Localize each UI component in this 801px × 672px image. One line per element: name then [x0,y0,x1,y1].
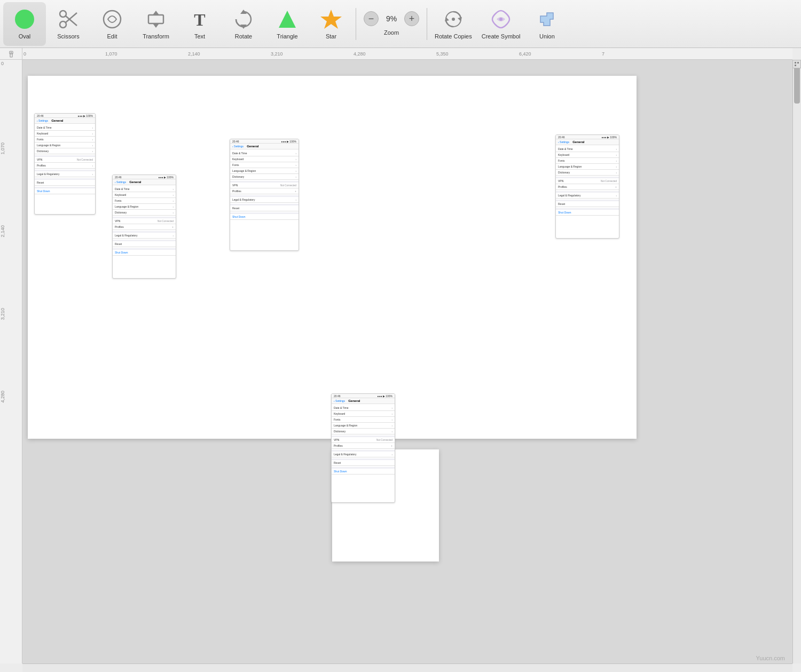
transform-label: Transform [143,33,169,40]
rotate-icon [232,7,255,31]
union-icon [535,7,559,31]
mockup-5: 20:46 ●●● ▶ 100% ‹ Settings General Date… [331,393,395,503]
rotate-tool[interactable]: Rotate [222,2,265,46]
vertical-scrollbar[interactable] [792,60,801,663]
ruler-h-5350: 5,350 [436,51,449,57]
svg-marker-13 [320,10,342,29]
horizontal-scrollbar[interactable] [22,663,792,672]
ruler-v-2140: 2,140 [0,225,5,238]
ruler-h-7: 7 [602,51,604,57]
create-symbol-icon [489,7,513,31]
zoom-label: Zoom [384,29,399,36]
star-label: Star [326,33,336,40]
svg-rect-24 [795,65,796,66]
zoom-out-button[interactable]: − [364,11,379,26]
edit-label: Edit [107,33,117,40]
svg-rect-6 [148,15,163,23]
scissors-tool[interactable]: Scissors [47,2,90,46]
rotate-copies-icon [442,7,465,31]
edit-tool[interactable]: Edit [91,2,134,46]
toolbar-divider-1 [356,8,356,40]
ruler-v-0: 0 [1,61,4,66]
scissors-label: Scissors [57,33,80,40]
mockup-1: 20:46 ●●● ▶ 100% ‹ Settings General Date… [34,113,96,215]
triangle-tool[interactable]: Triangle [266,2,309,46]
mockup-4: 20:46 ●●● ▶ 100% ‹ Settings General Date… [555,135,619,239]
horizontal-ruler: 0 1,070 2,140 3,210 4,280 5,350 6,420 7 [22,48,792,60]
scissors-icon [57,7,80,31]
oval-label: Oval [19,33,31,40]
ruler-h-4280: 4,280 [354,51,366,57]
ruler-corner [0,48,22,60]
ruler-h-6420: 6,420 [519,51,531,57]
mockup-2: 20:46 ●●● ▶ 100% ‹ Settings General Date… [112,175,176,279]
scrollbar-expand-button[interactable] [792,60,801,68]
oval-icon [13,7,36,31]
toolbar: Oval Scissors Edit [0,0,801,48]
svg-point-1 [60,21,66,28]
mockup-3: 20:46 ●●● ▶ 100% ‹ Settings General Date… [230,139,299,251]
svg-point-5 [104,11,121,28]
svg-point-2 [60,11,66,17]
union-label: Union [539,33,555,40]
text-label: Text [194,33,205,40]
svg-point-21 [11,52,12,53]
canvas-area[interactable]: 20:46 ●●● ▶ 100% ‹ Settings General Date… [22,60,792,663]
ruler-v-1070: 1,070 [0,143,5,155]
create-symbol-label: Create Symbol [482,33,521,40]
svg-rect-23 [797,62,799,64]
zoom-control: − 9% + Zoom [359,2,423,46]
text-tool[interactable]: T Text [178,2,221,46]
text-icon: T [188,7,211,31]
ruler-v-3210: 3,210 [0,308,5,320]
rotate-label: Rotate [235,33,252,40]
vertical-ruler: 0 1,070 2,140 3,210 4,280 [0,60,22,663]
transform-icon [144,7,168,31]
oval-tool[interactable]: Oval [3,2,46,46]
svg-marker-17 [445,17,449,21]
rotate-copies-label: Rotate Copies [435,33,472,40]
transform-tool[interactable]: Transform [135,2,177,46]
star-tool[interactable]: Star [310,2,352,46]
ruler-h-1070: 1,070 [105,51,117,57]
triangle-icon [276,7,299,31]
svg-rect-22 [795,62,796,64]
watermark: Yuucn.com [756,655,785,661]
union-tool[interactable]: Union [525,2,568,46]
svg-marker-7 [153,11,159,15]
ruler-v-4280: 4,280 [0,391,5,403]
svg-marker-15 [458,17,462,21]
svg-point-18 [499,18,502,21]
create-symbol-tool[interactable]: Create Symbol [477,2,525,46]
canvas-inner: 20:46 ●●● ▶ 100% ‹ Settings General Date… [22,60,792,663]
svg-marker-8 [153,23,159,28]
star-icon [319,7,343,31]
zoom-value: 9% [382,14,401,23]
ruler-h-0: 0 [23,51,26,57]
ruler-h-3210: 3,210 [271,51,283,57]
svg-marker-12 [279,11,296,28]
svg-point-0 [15,10,34,29]
svg-point-16 [452,18,455,21]
zoom-in-button[interactable]: + [404,11,419,26]
toolbar-divider-2 [427,8,427,40]
svg-text:T: T [194,10,205,29]
ruler-h-2140: 2,140 [188,51,200,57]
rotate-copies-tool[interactable]: Rotate Copies [430,2,476,46]
edit-icon [100,7,124,31]
triangle-label: Triangle [277,33,297,40]
